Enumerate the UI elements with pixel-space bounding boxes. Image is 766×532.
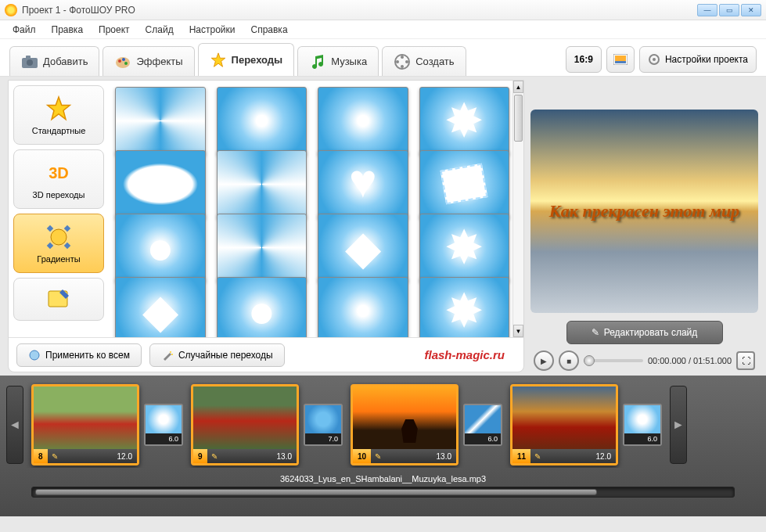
apply-all-button[interactable]: Применить ко всем (16, 343, 142, 367)
maximize-button[interactable]: ▭ (719, 4, 739, 16)
random-transitions-button[interactable]: Случайные переходы (149, 343, 285, 367)
lamp-icon (45, 223, 73, 251)
svg-point-24 (170, 351, 171, 353)
play-button[interactable]: ▶ (534, 350, 554, 371)
transition-duration: 6.0 (624, 433, 660, 444)
transition-thumb[interactable] (318, 214, 408, 282)
category-standard-label: Стандартные (32, 126, 86, 135)
preview-viewport: Как прекрасен этот мир (530, 110, 758, 313)
timeline-scroll-thumb[interactable] (35, 489, 597, 495)
tab-add[interactable]: Добавить (9, 46, 99, 76)
tab-add-label: Добавить (43, 56, 88, 67)
minimize-button[interactable]: — (697, 4, 717, 16)
svg-rect-14 (615, 61, 626, 63)
scroll-down-button[interactable]: ▼ (513, 325, 523, 337)
transition-thumb[interactable] (217, 150, 307, 218)
slide-number: 10 (353, 449, 371, 463)
transition-thumb[interactable] (115, 87, 206, 155)
svg-rect-18 (47, 225, 53, 232)
audio-track-label[interactable]: 3624033_Lyus_en_SHambalani__Muzuyka_lesa… (0, 468, 766, 487)
category-3d[interactable]: 3D 3D переходы (13, 149, 104, 209)
tab-row: Добавить Эффекты Переходы Музыка Создать… (0, 39, 766, 77)
edit-slide-icon[interactable]: ✎ (48, 452, 62, 461)
category-standard[interactable]: Стандартные (13, 85, 104, 145)
transition-thumb[interactable] (217, 87, 307, 155)
timeline-slide[interactable]: 8✎12.0 (31, 384, 139, 466)
menu-help[interactable]: Справка (244, 22, 293, 38)
svg-point-5 (122, 58, 125, 61)
timeline-transition[interactable]: 6.0 (623, 404, 662, 446)
timeline-slide[interactable]: 11✎12.0 (510, 384, 618, 466)
slide-duration: 12.0 (545, 452, 616, 461)
tab-create[interactable]: Создать (382, 46, 466, 76)
scroll-thumb[interactable] (514, 95, 523, 142)
slide-thumbnail (34, 386, 137, 449)
tab-effects[interactable]: Эффекты (102, 46, 194, 76)
timeline-transition[interactable]: 7.0 (304, 404, 343, 446)
reel-icon (394, 53, 411, 70)
slide-number: 11 (512, 449, 530, 463)
menu-project[interactable]: Проект (92, 22, 136, 38)
transition-thumb[interactable] (318, 87, 408, 155)
menu-slide[interactable]: Слайд (139, 22, 180, 38)
stop-button[interactable]: ■ (559, 350, 579, 371)
slide-thumbnail (193, 386, 297, 449)
close-button[interactable]: ✕ (741, 4, 761, 16)
app-icon (5, 4, 17, 16)
pencil-icon: ✎ (592, 327, 599, 338)
transition-thumb[interactable] (419, 277, 510, 337)
transition-thumb[interactable] (318, 150, 408, 218)
menu-edit[interactable]: Правка (45, 22, 90, 38)
tab-music-label: Музыка (331, 56, 367, 67)
timeline-prev-button[interactable]: ◄ (6, 386, 23, 464)
star-icon (210, 52, 227, 69)
display-mode-button[interactable] (606, 46, 635, 73)
timeline-next-button[interactable]: ► (670, 386, 687, 464)
transition-thumb[interactable] (419, 87, 510, 155)
fullscreen-button[interactable]: ⛶ (736, 351, 755, 370)
transition-thumb[interactable] (115, 277, 206, 337)
svg-point-8 (401, 56, 404, 59)
time-total: 01:51.000 (693, 356, 732, 365)
title-bar: Проект 1 - ФотоШОУ PRO — ▭ ✕ (0, 0, 766, 20)
timeline-transition[interactable]: 6.0 (463, 404, 502, 446)
svg-point-9 (405, 60, 408, 63)
transition-thumb[interactable] (318, 277, 408, 337)
transition-thumb[interactable] (419, 150, 510, 218)
tab-transitions[interactable]: Переходы (198, 43, 295, 76)
edit-slide-icon[interactable]: ✎ (371, 452, 385, 461)
globe-icon (28, 349, 41, 361)
transition-thumb[interactable] (217, 214, 307, 282)
category-gradients-label: Градиенты (37, 254, 80, 264)
slide-duration: 13.0 (385, 452, 456, 461)
transition-thumb[interactable] (217, 277, 307, 337)
palette-icon (114, 53, 131, 70)
transitions-panel: Стандартные 3D 3D переходы Градиенты (8, 80, 524, 372)
slide-duration: 12.0 (62, 452, 137, 461)
edit-slide-icon[interactable]: ✎ (207, 452, 221, 461)
menu-settings[interactable]: Настройки (183, 22, 242, 38)
transition-thumb[interactable] (115, 150, 206, 218)
edit-slide-button[interactable]: ✎ Редактировать слайд (566, 321, 723, 344)
timeline-transition[interactable]: 6.0 (144, 404, 183, 446)
scroll-up-button[interactable]: ▲ (513, 81, 523, 93)
timeline-scrollbar[interactable] (31, 487, 735, 498)
random-transitions-label: Случайные переходы (178, 350, 273, 361)
transition-thumb[interactable] (115, 214, 206, 282)
tab-music[interactable]: Музыка (297, 46, 379, 76)
menu-file[interactable]: Файл (6, 22, 42, 38)
seek-handle[interactable] (584, 355, 595, 366)
grid-scrollbar[interactable]: ▲ ▼ (512, 81, 523, 337)
timeline-slide[interactable]: 9✎13.0 (191, 384, 299, 466)
transition-thumb[interactable] (419, 214, 510, 282)
3d-icon: 3D (45, 159, 73, 187)
seek-bar[interactable] (584, 359, 643, 362)
tab-create-label: Создать (415, 56, 454, 67)
svg-point-23 (30, 350, 39, 360)
timeline-slide[interactable]: 10✎13.0 (351, 384, 459, 466)
category-other[interactable] (13, 278, 104, 321)
aspect-ratio-button[interactable]: 16:9 (566, 46, 602, 73)
project-settings-button[interactable]: Настройки проекта (639, 46, 757, 73)
edit-slide-icon[interactable]: ✎ (530, 452, 545, 461)
category-gradients[interactable]: Градиенты (13, 214, 104, 273)
